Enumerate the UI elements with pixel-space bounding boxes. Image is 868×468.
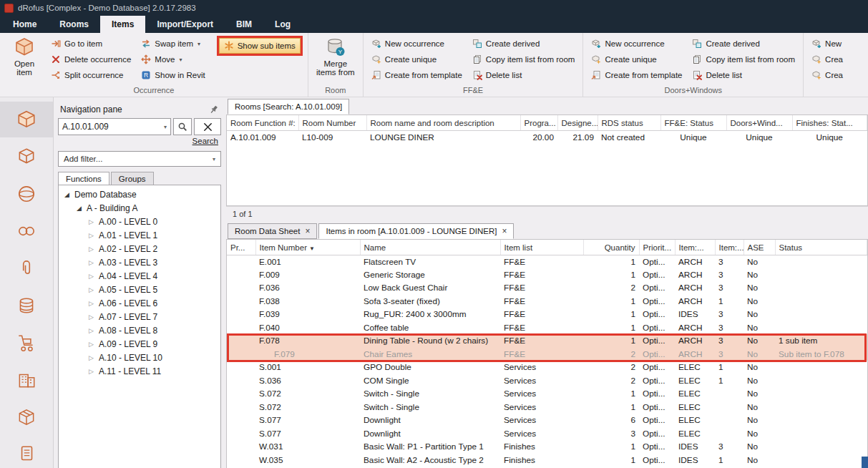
module-finishes-button[interactable] [0,288,53,323]
search-combo[interactable]: A.10.01.009 ▾ [58,118,171,135]
menu-tab-import-export[interactable]: Import/Export [145,16,225,33]
tab-room-data-sheet[interactable]: Room Data Sheet × [228,223,317,239]
tree-expander-icon[interactable]: ▷ [87,245,95,253]
tree-node-a-05-level-5[interactable]: ▷A.05 - LEVEL 5 [59,283,220,296]
ribbon-button-swap-item[interactable]: Swap item▾ [137,36,209,52]
tree-node-a-00-level-0[interactable]: ▷A.00 - LEVEL 0 [59,215,220,228]
tree-expander-icon[interactable]: ▷ [87,273,95,280]
table-row[interactable]: F.038Sofa 3-seater (fixed)FF&E1Opti...AR… [227,295,867,308]
ribbon-button-delete-list[interactable]: Delete list [688,67,799,83]
table-row[interactable]: S.036COM SingleServices2Opti...ELEC1No [227,374,867,388]
menu-tab-home[interactable]: Home [1,16,48,33]
rooms-column-finishes-stat[interactable]: Finishes: Stat... [792,115,867,130]
items-column-pr-0[interactable]: Pr... [227,240,255,255]
table-row[interactable]: F.039Rug_FUR: 2400 x 3000mmFF&E1Opti...I… [227,308,867,321]
tree-expander-icon[interactable]: ▷ [87,368,95,375]
rooms-column-progra[interactable]: Progra... [520,115,557,130]
rooms-column-ff-e-status[interactable]: FF&E: Status [660,115,726,130]
tree-expander-icon[interactable]: ◢ [75,205,83,212]
tree-node-a-07-level-7[interactable]: ▷A.07 - LEVEL 7 [59,310,220,323]
tree-node-a-08-level-8[interactable]: ▷A.08 - LEVEL 8 [59,323,220,337]
open-item-button[interactable]: Open item [4,34,45,77]
module-items-button[interactable] [0,102,53,137]
rooms-column-room-name-and-room-description[interactable]: Room name and room description [366,115,520,130]
items-column-name-2[interactable]: Name [360,240,500,255]
clear-search-button[interactable] [194,118,221,135]
tree-node-a-03-level-3[interactable]: ▷A.03 - LEVEL 3 [59,255,220,269]
tree-node-a-04-level-4[interactable]: ▷A.04 - LEVEL 4 [59,269,220,283]
ribbon-button-create-from-template[interactable]: Create from template [587,67,686,83]
ribbon-button-create-unique[interactable]: Create unique [587,52,686,67]
ribbon-button-create-unique[interactable]: Create unique [367,52,467,67]
tree-expander-icon[interactable]: ▷ [87,341,95,348]
tab-items-in-room[interactable]: Items in room [A.10.01.009 - LOUNGE DINE… [318,223,514,239]
items-column-item-6[interactable]: Item:... [675,240,715,255]
menu-tab-items[interactable]: Items [100,16,145,33]
tree-node-a-02-level-2[interactable]: ▷A.02 - LEVEL 2 [59,242,220,255]
ribbon-button-copy-item-list-from-room[interactable]: Copy item list from room [468,52,580,67]
tree-node-demo-database[interactable]: ◢Demo Database [59,187,220,201]
rooms-row[interactable]: A.10.01.009L10-009LOUNGE DINER20.0021.09… [227,130,867,144]
tab-rooms-search[interactable]: Rooms [Search: A.10.01.009] [228,99,349,114]
module-products-button[interactable] [0,176,53,212]
items-column-item-7[interactable]: Item:... [715,240,743,255]
ribbon-button-show-in-revit[interactable]: Show in Revit [137,67,209,83]
ribbon-button-delete-occurrence[interactable]: Delete occurrence [47,52,135,67]
tree-expander-icon[interactable]: ◢ [63,191,71,198]
table-row[interactable]: E.001Flatscreen TVFF&E1Opti...ARCH3No [227,255,867,268]
items-column-quantity-4[interactable]: Quantity [583,240,639,255]
menu-tab-bim[interactable]: BIM [225,16,263,33]
ribbon-button-new-occurrence[interactable]: New occurrence [367,36,467,52]
module-attachments-button[interactable] [0,250,53,286]
rooms-column-room-number[interactable]: Room Number [298,115,366,130]
items-column-ase-8[interactable]: ASE [743,240,775,255]
ribbon-button-delete-list[interactable]: Delete list [468,67,580,83]
table-row[interactable]: W.035Basic Wall: A2 - Acoustic Type 2Fin… [227,454,867,467]
nav-tab-groups[interactable]: Groups [111,172,154,185]
ribbon-button-create-from-template[interactable]: Create from template [367,67,467,83]
tree-expander-icon[interactable]: ▷ [87,286,95,293]
table-row[interactable]: F.040Coffee tableFF&E1Opti...ARCH3No [227,321,867,335]
table-row[interactable]: S.077DownlightServices6Opti...ELECNo [227,414,867,427]
ribbon-button-new[interactable]: New [807,36,847,52]
ribbon-button-new-occurrence[interactable]: New occurrence [587,36,686,52]
tree-node-a-06-level-6[interactable]: ▷A.06 - LEVEL 6 [59,296,220,310]
tree-node-a-10-level-10[interactable]: ▷A.10 - LEVEL 10 [59,351,220,364]
table-row[interactable]: S.072Switch - SingleServices1Opti...ELEC… [227,401,867,414]
ribbon-button-split-occurrence[interactable]: Split occurrence [47,67,135,83]
table-row[interactable]: S.072Switch - SingleServices1Opti...ELEC… [227,387,867,401]
module-logistics-button[interactable] [0,325,53,361]
table-row[interactable]: S.001GPO DoubleServices2Opti...ELEC1No [227,361,867,374]
rooms-column-doors-wind[interactable]: Doors+Wind... [726,115,792,130]
table-row[interactable]: W.031Basic Wall: P1 - Partition Type 1Fi… [227,440,867,454]
ribbon-button-crea[interactable]: Crea [807,52,847,67]
module-occurrences-button[interactable] [0,139,53,175]
items-column-priorit-5[interactable]: Priorit... [639,240,675,255]
menu-tab-rooms[interactable]: Rooms [48,16,100,33]
ribbon-button-create-derived[interactable]: Create derived [688,36,799,52]
ribbon-button-crea[interactable]: Crea [807,67,847,83]
close-icon[interactable]: × [502,226,507,236]
tree-expander-icon[interactable]: ▷ [87,354,95,361]
ribbon-button-go-to-item[interactable]: Go to item [47,36,135,52]
ribbon-button-move[interactable]: Move▾ [137,52,209,67]
add-filter-dropdown[interactable]: Add filter... ▾ [58,151,221,167]
items-column-item-list-3[interactable]: Item list [500,240,583,255]
show-sub-items-button[interactable]: Show sub items [219,38,301,54]
tree-expander-icon[interactable]: ▷ [87,232,95,239]
module-reports-button[interactable] [0,437,53,468]
table-row[interactable]: F.036Low Back Guest ChairFF&E2Opti...ARC… [227,281,867,295]
tree-expander-icon[interactable]: ▷ [87,327,95,334]
tree-expander-icon[interactable]: ▷ [87,300,95,307]
ribbon-button-copy-item-list-from-room[interactable]: Copy item list from room [688,52,799,67]
tree-expander-icon[interactable]: ▷ [87,313,95,321]
items-column-item-number-1[interactable]: Item Number▼ [255,240,360,255]
merge-items-from-button[interactable]: Merge items from [312,34,359,77]
tree-expander-icon[interactable]: ▷ [87,218,95,225]
module-catalog-button[interactable] [0,399,53,435]
pin-icon[interactable] [209,104,219,114]
tree-node-a-building-a[interactable]: ◢A - Building A [59,201,220,215]
combo-caret-icon[interactable]: ▾ [164,124,167,130]
table-row[interactable]: F.009Generic StorageFF&E1Opti...ARCH3No [227,268,867,282]
ribbon-button-create-derived[interactable]: Create derived [468,36,580,52]
